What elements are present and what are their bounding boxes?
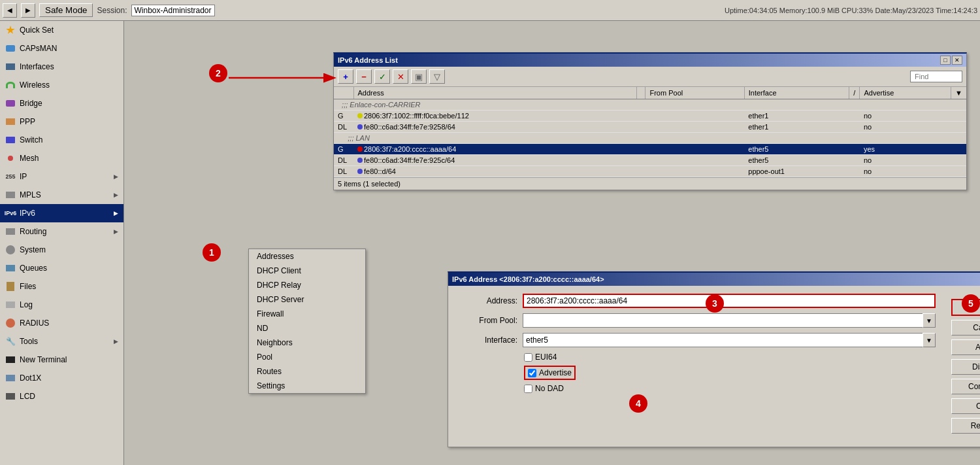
minimize-list-button[interactable]: □ [940, 56, 951, 65]
remove-button[interactable]: Remove [951, 418, 980, 434]
submenu-item-firewall[interactable]: Firewall [249, 307, 365, 321]
enable-address-button[interactable]: ✓ [374, 69, 390, 84]
sidebar-item-dot1x[interactable]: Dot1X [0, 369, 123, 387]
no-dad-label: No DAD [524, 384, 564, 393]
sidebar-item-ipv6[interactable]: IPv6 IPv6 ▶ [0, 204, 123, 222]
list-toolbar: + − ✓ ✕ ▣ ▽ [334, 67, 966, 87]
eui64-checkbox[interactable] [524, 353, 532, 362]
row-interface: ether1 [744, 122, 849, 133]
col-slash: / [849, 87, 860, 99]
address-input[interactable] [523, 294, 936, 308]
sidebar-item-capsman[interactable]: CAPsMAN [0, 39, 123, 58]
sidebar-item-lcd[interactable]: LCD [0, 387, 123, 405]
sidebar-item-mesh[interactable]: Mesh [0, 149, 123, 167]
col-from-pool[interactable]: From Pool [645, 87, 744, 99]
ipv6-list-title: IPv6 Address List [338, 56, 398, 64]
submenu-item-pool[interactable]: Pool [249, 350, 365, 364]
sidebar-label-interfaces: Interfaces [20, 62, 118, 71]
col-address[interactable]: Address [353, 87, 637, 99]
row-sep [637, 144, 645, 155]
row-interface: ether1 [744, 111, 849, 122]
safe-mode-button[interactable]: Safe Mode [39, 3, 93, 17]
sidebar-item-files[interactable]: Files [0, 277, 123, 296]
col-dropdown[interactable]: ▼ [951, 87, 966, 99]
sidebar-item-log[interactable]: Log [0, 296, 123, 314]
eui64-label: EUI64 [524, 353, 557, 362]
row-extra [951, 111, 966, 122]
back-button[interactable]: ◀ [3, 3, 17, 18]
interface-field-label: Interface: [459, 336, 517, 345]
sidebar-item-ip[interactable]: 255 IP ▶ [0, 167, 123, 186]
col-advertise[interactable]: Advertise [860, 87, 951, 99]
sidebar-item-routing[interactable]: Routing ▶ [0, 222, 123, 241]
sidebar-item-quick-set[interactable]: Quick Set [0, 21, 123, 39]
address-table-container: Address From Pool Interface / Advertise … [334, 87, 966, 177]
ipv6-addr-titlebar: IPv6 Address <2806:3f7:a200:cccc::aaaa/6… [448, 273, 980, 286]
row-extra [951, 122, 966, 133]
cancel-button[interactable]: Cancel [951, 320, 980, 336]
advertise-row: Advertise [459, 366, 936, 380]
row-address: fe80::c6ad:34ff:fe7e:925c/64 [353, 155, 637, 166]
submenu-item-dhcp-relay[interactable]: DHCP Relay [249, 278, 365, 292]
row-advertise: no [860, 166, 951, 177]
no-dad-checkbox[interactable] [524, 385, 532, 393]
table-row[interactable]: DL fe80::c6ad:34ff:fe7e:925c/64 ether5 n… [334, 155, 966, 166]
ipv6-list-window: IPv6 Address List □ ✕ + − ✓ ✕ ▣ ▽ [333, 52, 967, 190]
disable-button[interactable]: Disable [951, 359, 980, 375]
sidebar-item-bridge[interactable]: Bridge [0, 94, 123, 112]
advertise-checkbox[interactable] [528, 369, 536, 377]
submenu-item-dhcp-client[interactable]: DHCP Client [249, 264, 365, 278]
table-row[interactable]: G 2806:3f7:1002::ffff:f0ca:bebe/112 ethe… [334, 111, 966, 122]
row-slash [849, 144, 860, 155]
sidebar-arrow-mpls: ▶ [114, 192, 118, 198]
filter-button[interactable]: ▽ [429, 69, 445, 84]
disable-address-button[interactable]: ✕ [393, 69, 408, 84]
from-pool-row: From Pool: ▼ [459, 313, 936, 328]
find-input[interactable] [910, 71, 962, 82]
sidebar-item-interfaces[interactable]: Interfaces [0, 58, 123, 76]
submenu-item-nd[interactable]: ND [249, 321, 365, 336]
remove-address-button[interactable]: − [356, 69, 372, 84]
from-pool-input[interactable] [523, 313, 923, 328]
sidebar-label-system: System [20, 245, 118, 254]
table-row[interactable]: DL fe80::c6ad:34ff:fe7e:9258/64 ether1 n… [334, 122, 966, 133]
submenu-item-routes[interactable]: Routes [249, 364, 365, 379]
interface-dropdown-arrow[interactable]: ▼ [923, 333, 936, 347]
sidebar-label-wireless: Wireless [20, 80, 118, 90]
submenu-item-addresses[interactable]: Addresses [249, 249, 365, 264]
forward-button[interactable]: ▶ [21, 3, 35, 18]
copy-button[interactable]: Copy [951, 398, 980, 414]
sidebar-item-tools[interactable]: 🔧 Tools ▶ [0, 332, 123, 351]
row-interface: ether5 [744, 144, 849, 155]
submenu-item-settings[interactable]: Settings [249, 379, 365, 393]
sidebar-item-wireless[interactable]: Wireless [0, 76, 123, 94]
sidebar-item-queues[interactable]: Queues [0, 259, 123, 277]
sidebar-label-ppp: PPP [20, 117, 118, 126]
row-address: fe80::c6ad:34ff:fe7e:9258/64 [353, 122, 637, 133]
row-type: DL [334, 166, 353, 177]
sidebar-item-switch[interactable]: Switch [0, 131, 123, 149]
col-interface[interactable]: Interface [744, 87, 849, 99]
from-pool-dropdown-arrow[interactable]: ▼ [923, 313, 936, 328]
sidebar-item-mpls[interactable]: MPLS ▶ [0, 186, 123, 204]
sidebar-item-system[interactable]: System [0, 241, 123, 259]
ipv6-addr-title: IPv6 Address <2806:3f7:a200:cccc::aaaa/6… [452, 275, 604, 283]
row-type: G [334, 144, 353, 155]
row-address: 2806:3f7:1002::ffff:f0ca:bebe/112 [353, 111, 637, 122]
row-extra [951, 144, 966, 155]
close-list-button[interactable]: ✕ [952, 56, 962, 65]
submenu-item-dhcp-server[interactable]: DHCP Server [249, 292, 365, 307]
session-value: Winbox-Administrador [131, 5, 215, 16]
comment-button[interactable]: ▣ [411, 69, 427, 84]
table-row[interactable]: DL fe80::d/64 pppoe-out1 no [334, 166, 966, 177]
comment-action-button[interactable]: Comment [951, 379, 980, 394]
submenu-item-neighbors[interactable]: Neighbors [249, 336, 365, 350]
row-interface: pppoe-out1 [744, 166, 849, 177]
sidebar-item-new-terminal[interactable]: New Terminal [0, 351, 123, 369]
sidebar-item-radius[interactable]: RADIUS [0, 314, 123, 332]
sidebar-item-ppp[interactable]: PPP [0, 112, 123, 131]
table-row-selected[interactable]: G 2806:3f7:a200:cccc::aaaa/64 ether5 yes [334, 144, 966, 155]
apply-button[interactable]: Apply [951, 339, 980, 355]
step-1-indicator: 1 [203, 243, 221, 262]
interface-input[interactable] [523, 333, 923, 347]
